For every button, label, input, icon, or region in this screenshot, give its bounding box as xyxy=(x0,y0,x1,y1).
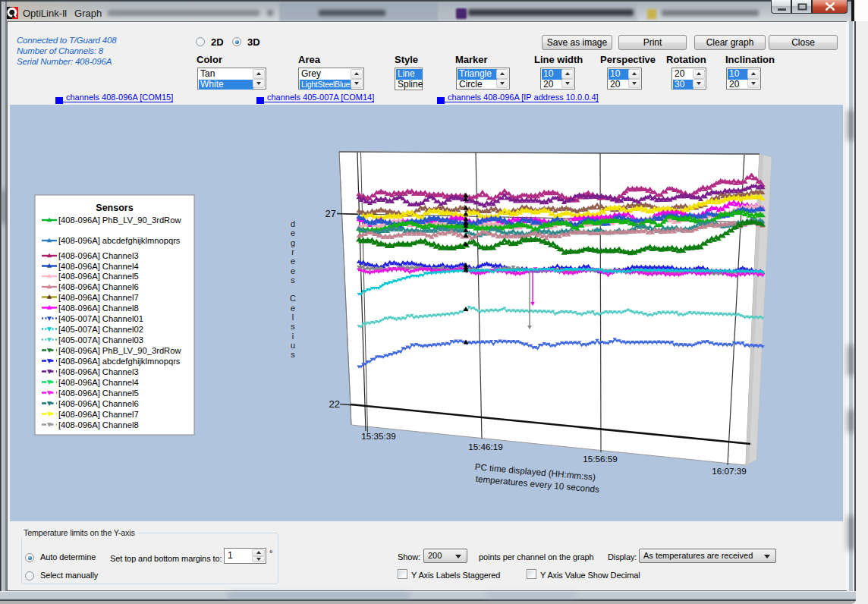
svg-text:[405-007A] Channel01: [405-007A] Channel01 xyxy=(58,314,143,323)
svg-text:16:07:39: 16:07:39 xyxy=(712,466,747,476)
svg-text:[408-096A] Channel6: [408-096A] Channel6 xyxy=(58,399,139,408)
svg-text:[408-096A] Channel4: [408-096A] Channel4 xyxy=(58,378,139,387)
svg-text:s: s xyxy=(291,350,295,359)
svg-text:[408-096A] Channel8: [408-096A] Channel8 xyxy=(58,420,139,429)
svg-text:e: e xyxy=(291,256,295,266)
svg-text:[408-096A] Channel4: [408-096A] Channel4 xyxy=(58,262,139,271)
svg-text:i: i xyxy=(292,332,294,341)
svg-text:[408-096A] PhB_LV_90_3rdRow: [408-096A] PhB_LV_90_3rdRow xyxy=(58,215,181,225)
svg-text:15:46:19: 15:46:19 xyxy=(468,442,503,451)
svg-text:s: s xyxy=(291,275,295,285)
svg-text:[408-096A] Channel3: [408-096A] Channel3 xyxy=(58,251,139,260)
svg-text:d: d xyxy=(291,219,295,228)
svg-text:r: r xyxy=(291,247,294,256)
svg-text:[405-007A] Channel03: [405-007A] Channel03 xyxy=(58,335,143,344)
svg-text:g: g xyxy=(291,238,295,247)
svg-text:[405-007A] Channel02: [405-007A] Channel02 xyxy=(58,325,143,334)
svg-text:[408-096A] abcdefghijklmnopqrs: [408-096A] abcdefghijklmnopqrs xyxy=(58,236,181,245)
svg-text:15:56:59: 15:56:59 xyxy=(583,454,618,464)
svg-text:e: e xyxy=(291,228,295,238)
svg-text:27: 27 xyxy=(326,208,336,219)
svg-text:e: e xyxy=(291,304,295,313)
svg-text:s: s xyxy=(291,322,295,331)
svg-text:[408-096A] Channel8: [408-096A] Channel8 xyxy=(58,304,139,313)
svg-text:l: l xyxy=(292,313,294,322)
svg-text:[408-096A] abcdefghijklmnopqrs: [408-096A] abcdefghijklmnopqrs xyxy=(58,357,181,366)
svg-text:[408-096A] Channel5: [408-096A] Channel5 xyxy=(58,272,139,281)
svg-text:Sensors: Sensors xyxy=(96,203,133,213)
svg-text:22: 22 xyxy=(329,398,340,410)
svg-text:[408-096A] Channel3: [408-096A] Channel3 xyxy=(58,367,139,376)
svg-text:[408-096A] Channel7: [408-096A] Channel7 xyxy=(58,293,139,302)
svg-text:[408-096A] PhB_LV_90_3rdRow: [408-096A] PhB_LV_90_3rdRow xyxy=(58,346,181,355)
svg-text:e: e xyxy=(291,266,295,275)
svg-text:[408-096A] Channel5: [408-096A] Channel5 xyxy=(58,389,139,398)
svg-text:[408-096A] Channel7: [408-096A] Channel7 xyxy=(58,410,139,419)
svg-text:15:35:39: 15:35:39 xyxy=(361,431,396,441)
svg-text:[408-096A] Channel6: [408-096A] Channel6 xyxy=(58,282,139,291)
svg-text:u: u xyxy=(291,341,295,350)
svg-text:C: C xyxy=(290,294,296,303)
